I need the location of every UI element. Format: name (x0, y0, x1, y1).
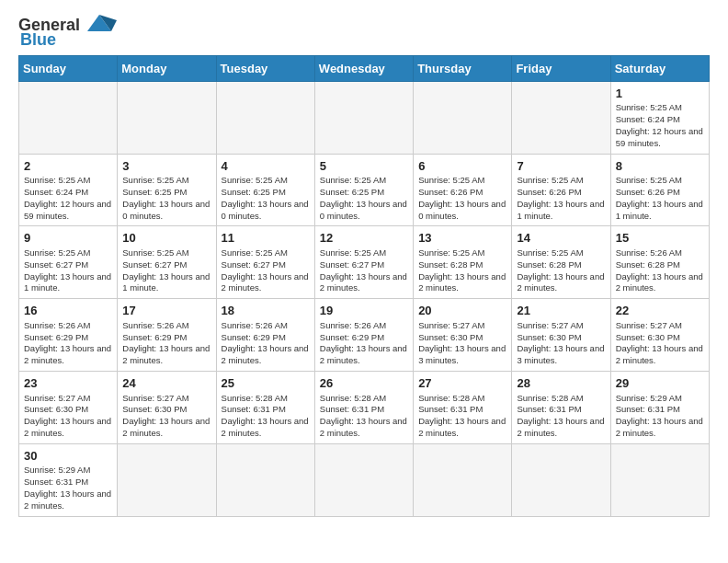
day-number: 4 (222, 158, 310, 175)
day-number: 15 (616, 230, 704, 247)
calendar-cell (314, 81, 413, 154)
day-info: Sunrise: 5:25 AM Sunset: 6:27 PM Dayligh… (222, 247, 310, 294)
calendar-cell: 7Sunrise: 5:25 AM Sunset: 6:26 PM Daylig… (512, 154, 610, 226)
day-info: Sunrise: 5:25 AM Sunset: 6:25 PM Dayligh… (320, 175, 408, 222)
day-number: 29 (616, 375, 704, 392)
day-info: Sunrise: 5:27 AM Sunset: 6:30 PM Dayligh… (616, 320, 704, 367)
day-info: Sunrise: 5:25 AM Sunset: 6:24 PM Dayligh… (24, 175, 112, 222)
day-number: 19 (320, 303, 408, 319)
day-info: Sunrise: 5:29 AM Sunset: 6:31 PM Dayligh… (616, 393, 704, 440)
day-number: 7 (517, 158, 605, 175)
day-info: Sunrise: 5:25 AM Sunset: 6:28 PM Dayligh… (418, 247, 506, 294)
day-number: 23 (24, 375, 112, 392)
day-number: 25 (222, 375, 310, 392)
logo: General Blue (18, 15, 117, 50)
day-number: 21 (517, 303, 605, 319)
calendar-cell: 9Sunrise: 5:25 AM Sunset: 6:27 PM Daylig… (19, 226, 118, 299)
weekday-header-friday: Friday (512, 55, 610, 81)
calendar-cell: 4Sunrise: 5:25 AM Sunset: 6:25 PM Daylig… (216, 154, 314, 226)
calendar-cell: 30Sunrise: 5:29 AM Sunset: 6:31 PM Dayli… (19, 443, 118, 516)
calendar-cell: 21Sunrise: 5:27 AM Sunset: 6:30 PM Dayli… (512, 299, 610, 372)
calendar-cell: 16Sunrise: 5:26 AM Sunset: 6:29 PM Dayli… (19, 299, 118, 372)
day-info: Sunrise: 5:25 AM Sunset: 6:27 PM Dayligh… (320, 247, 408, 294)
day-number: 12 (320, 230, 408, 247)
calendar-cell: 24Sunrise: 5:27 AM Sunset: 6:30 PM Dayli… (118, 371, 216, 443)
calendar-cell: 25Sunrise: 5:28 AM Sunset: 6:31 PM Dayli… (216, 371, 314, 443)
day-number: 3 (122, 158, 210, 175)
calendar-cell: 2Sunrise: 5:25 AM Sunset: 6:24 PM Daylig… (19, 154, 118, 226)
calendar-cell: 10Sunrise: 5:25 AM Sunset: 6:27 PM Dayli… (118, 226, 216, 299)
day-number: 20 (418, 303, 506, 319)
calendar-cell: 5Sunrise: 5:25 AM Sunset: 6:25 PM Daylig… (314, 154, 413, 226)
calendar-cell: 19Sunrise: 5:26 AM Sunset: 6:29 PM Dayli… (314, 299, 413, 372)
day-number: 8 (616, 158, 704, 175)
day-info: Sunrise: 5:27 AM Sunset: 6:30 PM Dayligh… (418, 320, 506, 367)
calendar-cell: 3Sunrise: 5:25 AM Sunset: 6:25 PM Daylig… (118, 154, 216, 226)
calendar-cell (216, 443, 314, 516)
calendar-cell: 15Sunrise: 5:26 AM Sunset: 6:28 PM Dayli… (610, 226, 709, 299)
day-info: Sunrise: 5:28 AM Sunset: 6:31 PM Dayligh… (320, 393, 408, 440)
day-number: 10 (122, 230, 210, 247)
day-number: 14 (517, 230, 605, 247)
calendar-cell (19, 81, 118, 154)
day-info: Sunrise: 5:27 AM Sunset: 6:30 PM Dayligh… (517, 320, 605, 367)
calendar-cell: 11Sunrise: 5:25 AM Sunset: 6:27 PM Dayli… (216, 226, 314, 299)
calendar-cell: 29Sunrise: 5:29 AM Sunset: 6:31 PM Dayli… (610, 371, 709, 443)
calendar-cell (314, 443, 413, 516)
day-info: Sunrise: 5:27 AM Sunset: 6:30 PM Dayligh… (24, 393, 112, 440)
day-number: 11 (222, 230, 310, 247)
day-number: 26 (320, 375, 408, 392)
day-info: Sunrise: 5:26 AM Sunset: 6:29 PM Dayligh… (24, 320, 112, 367)
weekday-header-saturday: Saturday (610, 55, 709, 81)
day-info: Sunrise: 5:26 AM Sunset: 6:28 PM Dayligh… (616, 247, 704, 294)
calendar-cell: 14Sunrise: 5:25 AM Sunset: 6:28 PM Dayli… (512, 226, 610, 299)
day-info: Sunrise: 5:25 AM Sunset: 6:26 PM Dayligh… (418, 175, 506, 222)
day-info: Sunrise: 5:25 AM Sunset: 6:27 PM Dayligh… (122, 247, 210, 294)
weekday-header-thursday: Thursday (414, 55, 512, 81)
day-info: Sunrise: 5:26 AM Sunset: 6:29 PM Dayligh… (122, 320, 210, 367)
logo-blue-text: Blue (20, 31, 56, 50)
calendar-cell: 26Sunrise: 5:28 AM Sunset: 6:31 PM Dayli… (314, 371, 413, 443)
weekday-header-wednesday: Wednesday (314, 55, 413, 81)
day-info: Sunrise: 5:28 AM Sunset: 6:31 PM Dayligh… (222, 393, 310, 440)
calendar-cell: 23Sunrise: 5:27 AM Sunset: 6:30 PM Dayli… (19, 371, 118, 443)
calendar-cell (512, 81, 610, 154)
day-number: 24 (122, 375, 210, 392)
calendar-cell: 17Sunrise: 5:26 AM Sunset: 6:29 PM Dayli… (118, 299, 216, 372)
logo-icon (82, 11, 117, 37)
day-number: 13 (418, 230, 506, 247)
day-info: Sunrise: 5:25 AM Sunset: 6:24 PM Dayligh… (616, 102, 704, 149)
day-info: Sunrise: 5:28 AM Sunset: 6:31 PM Dayligh… (517, 393, 605, 440)
calendar-cell: 1Sunrise: 5:25 AM Sunset: 6:24 PM Daylig… (610, 81, 709, 154)
calendar-cell (414, 443, 512, 516)
day-info: Sunrise: 5:29 AM Sunset: 6:31 PM Dayligh… (24, 465, 112, 511)
day-number: 2 (24, 158, 112, 175)
header: General Blue (18, 15, 710, 50)
day-number: 6 (418, 158, 506, 175)
day-info: Sunrise: 5:26 AM Sunset: 6:29 PM Dayligh… (320, 320, 408, 367)
day-number: 9 (24, 230, 112, 247)
day-number: 16 (24, 303, 112, 319)
day-info: Sunrise: 5:25 AM Sunset: 6:25 PM Dayligh… (222, 175, 310, 222)
weekday-header-tuesday: Tuesday (216, 55, 314, 81)
calendar-cell (118, 81, 216, 154)
calendar-cell (118, 443, 216, 516)
day-info: Sunrise: 5:25 AM Sunset: 6:27 PM Dayligh… (24, 247, 112, 294)
weekday-header-sunday: Sunday (19, 55, 118, 81)
calendar-cell: 12Sunrise: 5:25 AM Sunset: 6:27 PM Dayli… (314, 226, 413, 299)
day-number: 28 (517, 375, 605, 392)
calendar-cell (216, 81, 314, 154)
day-number: 18 (222, 303, 310, 319)
weekday-header-monday: Monday (118, 55, 216, 81)
calendar-cell: 8Sunrise: 5:25 AM Sunset: 6:26 PM Daylig… (610, 154, 709, 226)
weekday-header-row: SundayMondayTuesdayWednesdayThursdayFrid… (19, 55, 710, 81)
calendar-table: SundayMondayTuesdayWednesdayThursdayFrid… (18, 55, 710, 517)
day-number: 30 (24, 448, 112, 465)
calendar-cell: 20Sunrise: 5:27 AM Sunset: 6:30 PM Dayli… (414, 299, 512, 372)
calendar-cell: 28Sunrise: 5:28 AM Sunset: 6:31 PM Dayli… (512, 371, 610, 443)
calendar-cell (414, 81, 512, 154)
calendar-cell: 18Sunrise: 5:26 AM Sunset: 6:29 PM Dayli… (216, 299, 314, 372)
day-number: 5 (320, 158, 408, 175)
day-number: 22 (616, 303, 704, 319)
calendar-cell: 27Sunrise: 5:28 AM Sunset: 6:31 PM Dayli… (414, 371, 512, 443)
